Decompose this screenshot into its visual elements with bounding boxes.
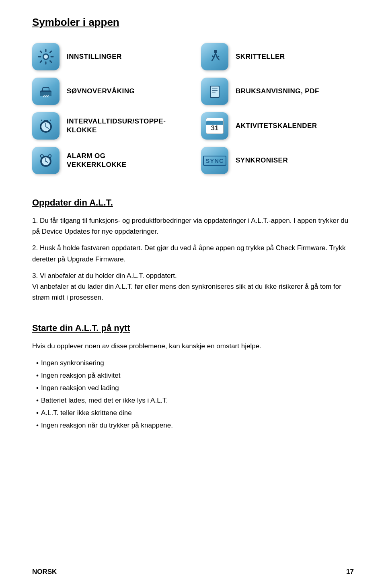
intervall-label2: KLOKKE (67, 126, 166, 135)
sovn-label: SØVNOVERVÅKING (67, 87, 135, 96)
bullet-dot-5: • (36, 407, 39, 419)
svg-rect-7 (211, 86, 219, 97)
bullet-3: • Ingen reaksjon ved lading (36, 382, 354, 394)
symbol-row-alarm: ALARM OG VEKKERKLOKKE (32, 147, 185, 174)
intervall-label-block: INTERVALLTIDSUR/STOPPE- KLOKKE (67, 117, 166, 135)
symbol-row-skritteller: SKRITTELLER (201, 43, 354, 70)
update-item3: 3. Vi anbefaler at du holder din A.L.T. … (32, 270, 354, 309)
svg-text:zzz: zzz (43, 94, 49, 98)
alarm-icon (32, 147, 60, 174)
bullet-dot-1: • (36, 358, 39, 369)
alarm-label: ALARM OG (67, 152, 127, 160)
update-item3-text: 3. Vi anbefaler at du holder din A.L.T. … (32, 270, 354, 303)
symbol-row-intervall: INTERVALLTIDSUR/STOPPE- KLOKKE (32, 112, 185, 140)
svg-point-1 (44, 55, 48, 59)
book-icon (201, 78, 228, 105)
symbol-row-innstillinger: INNSTILLINGER (32, 43, 185, 70)
gear-icon (32, 43, 60, 70)
bullet-dot-4: • (36, 395, 39, 406)
footer-left: NORSK (32, 568, 57, 576)
intervall-label: INTERVALLTIDSUR/STOPPE- (67, 117, 166, 126)
walker-icon (201, 43, 228, 70)
sync-icon: SYNC (201, 147, 228, 174)
bullet-5: • A.L.T. teller ikke skrittene dine (36, 407, 354, 419)
page-title: Symboler i appen (32, 16, 354, 29)
symbol-row-kalender: 31 AKTIVITETSKALENDER (201, 112, 354, 140)
bullet-dot-6: • (36, 420, 39, 431)
update-intro: 1. Du får tilgang til funksjons- og prod… (32, 215, 354, 237)
sleep-icon: zzz (32, 78, 60, 105)
timer-icon (32, 112, 60, 140)
restart-section-title: Starte din A.L.T. på nytt (32, 323, 354, 333)
symbol-row-bruksanvisning: BRUKSANVISNING, PDF (201, 78, 354, 105)
kalender-label: AKTIVITETSKALENDER (236, 121, 317, 130)
bullet-4: • Batteriet lades, med det er ikke lys i… (36, 395, 354, 406)
bullet-6: • Ingen reaksjon når du trykker på knapp… (36, 420, 354, 431)
restart-bullet-list: • Ingen synkronisering • Ingen reaksjon … (36, 358, 354, 431)
bullet-dot-3: • (36, 382, 39, 394)
bullet-1: • Ingen synkronisering (36, 358, 354, 369)
update-item2: 2. Husk å holde fastvaren oppdatert. Det… (32, 243, 354, 264)
footer: NORSK 17 (32, 568, 354, 576)
bruksanvisning-label: BRUKSANVISNING, PDF (236, 87, 319, 96)
calendar-icon: 31 (201, 112, 228, 140)
update-section-title: Oppdater din A.L.T. (32, 197, 354, 208)
alarm-label-block: ALARM OG VEKKERKLOKKE (67, 152, 127, 169)
symbol-row-sovn: zzz SØVNOVERVÅKING (32, 78, 185, 105)
bullet-2: • Ingen reaksjon på aktivitet (36, 370, 354, 381)
bullet-dot-2: • (36, 370, 39, 381)
restart-intro: Hvis du opplever noen av disse problemen… (32, 341, 354, 352)
symbols-grid: INNSTILLINGER SKRITTELLER zzz SØVNOVERVÅ… (32, 43, 354, 181)
skritteller-label: SKRITTELLER (236, 52, 285, 61)
symbol-row-synkroniser: SYNC SYNKRONISER (201, 147, 354, 174)
innstillinger-label: INNSTILLINGER (67, 52, 122, 61)
footer-right: 17 (346, 568, 354, 576)
synkroniser-label: SYNKRONISER (236, 156, 288, 165)
alarm-label2: VEKKERKLOKKE (67, 160, 127, 169)
